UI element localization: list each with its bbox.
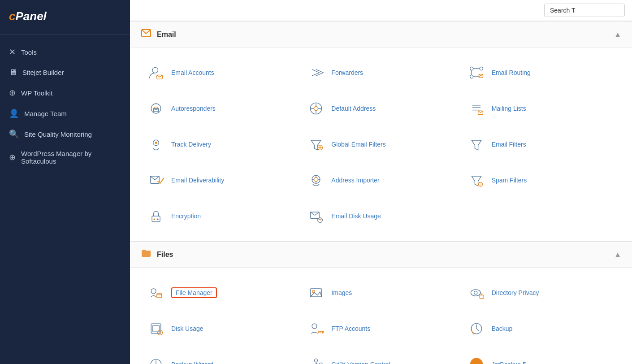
sidebar-item-tools[interactable]: ✕ Tools bbox=[0, 42, 130, 62]
email-filters-item[interactable]: Email Filters bbox=[461, 128, 621, 160]
svg-point-62 bbox=[315, 359, 318, 362]
files-section-header[interactable]: Files ▲ bbox=[130, 242, 632, 268]
mailing-lists-item[interactable]: Mailing Lists bbox=[461, 92, 621, 125]
jetbackup5-label: JetBackup 5 bbox=[492, 361, 526, 364]
git-version-control-item[interactable]: Git™ Version Control bbox=[301, 348, 461, 364]
jetbackup5-icon: JB5 bbox=[467, 355, 486, 364]
svg-point-5 bbox=[470, 75, 473, 78]
svg-rect-47 bbox=[311, 289, 322, 297]
sidebar: cPanel ✕ Tools 🖥 Sitejet Builder ⊕ WP To… bbox=[0, 0, 130, 364]
jetbackup5-item[interactable]: JB5 JetBackup 5 bbox=[461, 348, 621, 364]
images-item[interactable]: Images bbox=[301, 277, 461, 309]
logo-text: cPanel bbox=[9, 9, 47, 23]
svg-point-3 bbox=[470, 67, 473, 70]
directory-privacy-item[interactable]: Directory Privacy bbox=[461, 277, 621, 309]
default-address-label: Default Address bbox=[331, 105, 376, 112]
sidebar-item-manageteam[interactable]: 👤 Manage Team bbox=[0, 103, 130, 124]
spam-filters-label: Spam Filters bbox=[492, 177, 527, 184]
files-section-header-left: Files bbox=[141, 248, 173, 261]
backup-label: Backup bbox=[492, 325, 513, 332]
email-routing-icon bbox=[467, 63, 486, 82]
svg-point-23 bbox=[155, 142, 157, 144]
default-address-item[interactable]: Default Address bbox=[301, 92, 461, 125]
top-bar bbox=[130, 0, 632, 21]
svg-point-1 bbox=[152, 67, 158, 73]
email-accounts-icon bbox=[146, 63, 166, 82]
global-email-filters-item[interactable]: Global Email Filters bbox=[301, 128, 461, 160]
sidebar-logo: cPanel bbox=[0, 0, 130, 35]
disk-usage-item[interactable]: Disk Usage bbox=[141, 312, 301, 345]
svg-point-44 bbox=[151, 289, 156, 294]
sidebar-item-label-sitequality: Site Quality Monitoring bbox=[24, 130, 92, 138]
email-section-label: Email bbox=[157, 30, 176, 39]
svg-point-37 bbox=[478, 182, 482, 186]
file-manager-label: File Manager bbox=[171, 287, 217, 298]
sidebar-item-label-wptoolkit: WP Toolkit bbox=[21, 89, 52, 97]
email-filters-label: Email Filters bbox=[492, 141, 526, 148]
mailing-lists-icon bbox=[467, 99, 486, 118]
autoresponders-icon bbox=[146, 99, 166, 118]
tools-icon: ✕ bbox=[9, 47, 16, 57]
manage-team-icon: 👤 bbox=[9, 108, 19, 118]
sidebar-item-wptoolkit[interactable]: ⊕ WP Toolkit bbox=[0, 82, 130, 103]
sidebar-item-sitejet[interactable]: 🖥 Sitejet Builder bbox=[0, 62, 130, 82]
svg-text:FTP: FTP bbox=[318, 330, 324, 334]
address-importer-icon bbox=[306, 170, 326, 190]
spam-filters-icon: ! bbox=[467, 170, 486, 190]
email-accounts-item[interactable]: Email Accounts bbox=[141, 56, 301, 89]
svg-point-41 bbox=[157, 218, 159, 220]
files-collapse-icon[interactable]: ▲ bbox=[614, 251, 621, 259]
disk-usage-label: Disk Usage bbox=[171, 325, 203, 332]
global-email-filters-label: Global Email Filters bbox=[331, 141, 385, 148]
email-section-header-left: Email bbox=[141, 28, 176, 41]
svg-point-13 bbox=[314, 107, 318, 111]
backup-wizard-item[interactable]: Backup Wizard bbox=[141, 348, 301, 364]
encryption-item[interactable]: Encryption bbox=[141, 200, 301, 232]
forwarders-item[interactable]: Forwarders bbox=[301, 56, 461, 89]
directory-privacy-label: Directory Privacy bbox=[492, 289, 539, 296]
ftp-accounts-item[interactable]: FTP FTP Accounts bbox=[301, 312, 461, 345]
directory-privacy-icon bbox=[467, 283, 486, 303]
email-section-icon bbox=[141, 28, 152, 41]
email-deliverability-label: Email Deliverability bbox=[171, 177, 224, 184]
svg-point-40 bbox=[154, 218, 156, 220]
address-importer-item[interactable]: Address Importer bbox=[301, 164, 461, 196]
wpmanager-icon: ⊕ bbox=[9, 152, 16, 162]
default-address-icon bbox=[306, 99, 326, 118]
svg-point-50 bbox=[474, 291, 477, 294]
images-icon bbox=[306, 283, 326, 303]
email-items-grid: Email Accounts Forwarders bbox=[130, 48, 632, 241]
email-section-header[interactable]: Email ▲ bbox=[130, 22, 632, 48]
email-routing-item[interactable]: Email Routing bbox=[461, 56, 621, 89]
images-label: Images bbox=[331, 289, 352, 296]
track-delivery-item[interactable]: Track Delivery bbox=[141, 128, 301, 160]
sidebar-item-sitequality[interactable]: 🔍 Site Quality Monitoring bbox=[0, 124, 130, 144]
backup-item[interactable]: Backup bbox=[461, 312, 621, 345]
forwarders-label: Forwarders bbox=[331, 69, 363, 76]
email-filters-icon bbox=[467, 134, 486, 154]
file-manager-item[interactable]: File Manager bbox=[141, 277, 301, 309]
search-input[interactable] bbox=[544, 4, 625, 17]
forwarders-icon bbox=[306, 63, 326, 82]
spam-filters-item[interactable]: ! Spam Filters bbox=[461, 164, 621, 196]
svg-rect-45 bbox=[157, 294, 162, 298]
email-routing-label: Email Routing bbox=[492, 69, 531, 76]
svg-rect-39 bbox=[152, 216, 160, 222]
autoresponders-item[interactable]: Autoresponders bbox=[141, 92, 301, 125]
sidebar-item-label-wpmanager: WordPress Manager by Softaculous bbox=[21, 150, 121, 165]
svg-point-31 bbox=[314, 178, 318, 182]
email-disk-usage-item[interactable]: Email Disk Usage bbox=[301, 200, 461, 232]
sidebar-item-label-manageteam: Manage Team bbox=[24, 110, 67, 117]
track-delivery-label: Track Delivery bbox=[171, 141, 211, 148]
sidebar-item-wpmanager[interactable]: ⊕ WordPress Manager by Softaculous bbox=[0, 144, 130, 170]
email-deliverability-item[interactable]: Email Deliverability bbox=[141, 164, 301, 196]
backup-wizard-icon bbox=[146, 355, 166, 364]
files-section-label: Files bbox=[157, 251, 173, 259]
sitejet-icon: 🖥 bbox=[9, 68, 17, 77]
email-disk-usage-icon bbox=[306, 206, 326, 226]
wp-icon: ⊕ bbox=[9, 88, 16, 98]
files-section: Files ▲ File Manager bbox=[130, 241, 632, 364]
sidebar-nav: ✕ Tools 🖥 Sitejet Builder ⊕ WP Toolkit 👤… bbox=[0, 35, 130, 178]
address-importer-label: Address Importer bbox=[331, 177, 379, 184]
email-collapse-icon[interactable]: ▲ bbox=[614, 30, 621, 39]
